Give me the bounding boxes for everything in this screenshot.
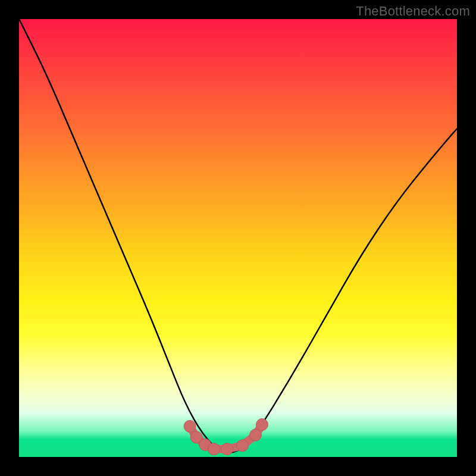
watermark-text: TheBottleneck.com <box>356 4 470 19</box>
optimal-zone-marker <box>236 440 248 452</box>
bottleneck-curve <box>19 19 457 453</box>
optimal-zone-marker <box>249 429 261 441</box>
chart-svg <box>19 19 457 457</box>
chart-plot-area <box>19 19 457 457</box>
optimal-zone-marker <box>184 420 196 432</box>
optimal-zone-marker <box>208 443 220 455</box>
chart-frame: TheBottleneck.com <box>0 0 476 476</box>
optimal-zone-marker <box>256 419 268 431</box>
optimal-zone-marker <box>221 443 233 455</box>
